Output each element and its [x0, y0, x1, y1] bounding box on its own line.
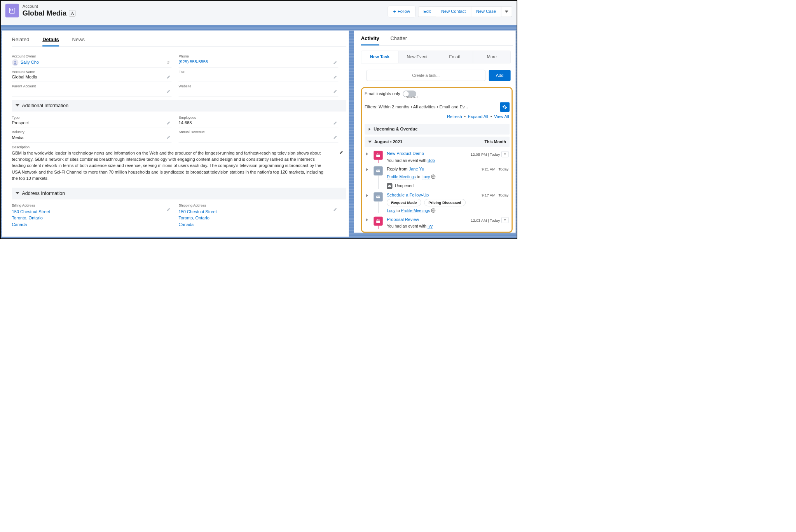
subtab-email[interactable]: Email [436, 51, 473, 63]
item-menu[interactable] [501, 217, 508, 223]
expand-item[interactable] [366, 151, 370, 163]
pencil-icon[interactable] [333, 75, 337, 80]
edit-button[interactable]: Edit [418, 6, 436, 17]
follow-label: Follow [398, 9, 410, 14]
billing-label: Billing Address [12, 203, 172, 207]
industry-label: Industry [12, 130, 172, 134]
this-month-label: This Month [484, 139, 506, 144]
pencil-icon[interactable] [333, 121, 337, 125]
hierarchy-icon[interactable] [69, 10, 76, 17]
tab-activity[interactable]: Activity [361, 36, 379, 45]
timeline-time: 12:05 PM | Today [471, 152, 500, 156]
event-icon [374, 217, 382, 226]
tab-details[interactable]: Details [42, 37, 59, 46]
website-value [179, 89, 339, 94]
svg-rect-16 [388, 185, 391, 187]
timeline-title[interactable]: Reply from Jane Yu [387, 167, 424, 172]
tag-pill: Request Made [387, 199, 421, 206]
add-button[interactable]: Add [489, 70, 511, 81]
more-actions-button[interactable] [501, 6, 512, 17]
name-label: Account Name [12, 70, 172, 73]
svg-rect-4 [12, 10, 12, 11]
expand-all-link[interactable]: Expand All [468, 114, 488, 119]
filter-settings-button[interactable] [500, 102, 510, 112]
from-link[interactable]: Lucy [387, 209, 395, 213]
pencil-icon[interactable] [166, 121, 170, 125]
from-link[interactable]: Profile Meetings [387, 175, 416, 179]
pencil-icon[interactable] [166, 207, 170, 212]
svg-rect-6 [71, 14, 72, 15]
to-link[interactable]: Profile Meetings [401, 209, 430, 213]
fax-label: Fax [179, 70, 339, 73]
pencil-icon[interactable] [333, 135, 337, 140]
subtab-more[interactable]: More [473, 51, 510, 63]
fax-value [179, 75, 339, 80]
new-case-button[interactable]: New Case [471, 6, 501, 17]
timeline-desc: You had an event with Ivy [387, 224, 508, 229]
filter-summary: Filters: Within 2 months • All activitie… [365, 104, 468, 110]
tab-chatter[interactable]: Chatter [390, 36, 407, 45]
pencil-icon[interactable] [166, 135, 170, 140]
svg-rect-21 [377, 219, 377, 220]
timeline-title[interactable]: Schedule a Follow-Up [387, 193, 429, 198]
svg-rect-20 [376, 220, 380, 221]
billing-address[interactable]: 150 Chestnut Street Toronto, Ontario Can… [12, 209, 172, 228]
chevron-down-icon [16, 191, 19, 196]
shipping-address[interactable]: 150 Chestnut Street Toronto, Ontario Can… [179, 209, 339, 228]
svg-rect-3 [10, 10, 11, 11]
chevron-down-icon [368, 140, 372, 144]
expand-item[interactable] [366, 193, 370, 213]
timeline-item: New Product Demo 12:05 PM | Today You ha… [365, 149, 510, 165]
new-contact-button[interactable]: New Contact [436, 6, 471, 17]
section-address[interactable]: Address Information [12, 188, 347, 199]
subtab-new-task[interactable]: New Task [361, 51, 398, 63]
person-link[interactable]: Bob [428, 158, 435, 163]
svg-rect-12 [377, 153, 377, 154]
email-status: Unopened [395, 184, 414, 188]
globe-icon [431, 174, 436, 179]
expand-item[interactable] [366, 217, 370, 229]
pencil-icon[interactable] [339, 150, 343, 180]
unopened-icon [387, 183, 392, 189]
section-additional[interactable]: Additional Information [12, 100, 347, 111]
timeline-item: Proposal Review 12:03 AM | Today You had… [365, 215, 510, 231]
svg-rect-22 [379, 219, 379, 220]
activity-panel: Activity Chatter New Task New Event Emai… [354, 31, 516, 233]
timeline-desc: Profile Meetings to Lucy [387, 174, 508, 179]
owner-value[interactable]: Sally Cho [21, 60, 39, 65]
pencil-icon[interactable] [166, 89, 170, 94]
chevron-down-icon [505, 10, 508, 13]
tab-news[interactable]: News [72, 37, 85, 46]
pencil-icon[interactable] [166, 75, 170, 80]
timeline-time: 12:03 AM | Today [471, 218, 500, 222]
refresh-link[interactable]: Refresh [447, 114, 462, 119]
item-menu[interactable] [501, 151, 508, 157]
timeline-title[interactable]: Proposal Review [387, 217, 419, 222]
to-link[interactable]: Lucy [421, 175, 430, 179]
chevron-right-icon [368, 128, 371, 131]
person-link[interactable]: Ivy [428, 224, 433, 229]
expand-item[interactable] [366, 167, 370, 189]
parent-label: Parent Account [12, 84, 172, 88]
section-additional-label: Additional Information [22, 103, 68, 108]
account-icon [5, 4, 19, 17]
event-icon [374, 151, 382, 160]
type-label: Type [12, 116, 172, 120]
pencil-icon[interactable] [333, 89, 337, 94]
industry-value: Media [12, 135, 172, 141]
tab-related[interactable]: Related [12, 37, 30, 46]
create-task-input[interactable] [367, 70, 485, 81]
desc-value: GBM is the worldwide leader in technolog… [12, 150, 339, 182]
view-all-link[interactable]: View All [494, 114, 509, 119]
subtab-new-event[interactable]: New Event [399, 51, 436, 63]
upcoming-section[interactable]: Upcoming & Overdue [365, 124, 510, 134]
pencil-icon[interactable] [333, 61, 337, 65]
change-owner-icon[interactable] [167, 60, 171, 65]
phone-value[interactable]: (925) 555-5555 [179, 59, 339, 65]
follow-button[interactable]: +Follow [388, 6, 415, 17]
pencil-icon[interactable] [333, 207, 337, 212]
timeline-time: 9:17 AM | Today [482, 193, 509, 197]
timeline-title[interactable]: New Product Demo [387, 151, 424, 156]
month-section[interactable]: August • 2021 This Month [365, 137, 510, 147]
svg-rect-7 [73, 14, 74, 15]
